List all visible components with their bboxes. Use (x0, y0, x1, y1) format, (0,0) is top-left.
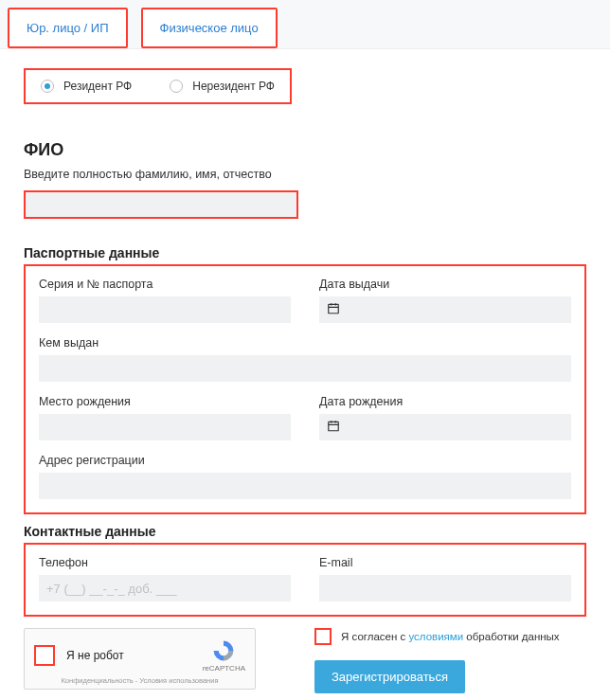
consent-row: Я согласен с условиями обработки данных (314, 628, 586, 645)
passport-issue-date-label: Дата выдачи (319, 278, 571, 291)
radio-indicator-resident (41, 80, 54, 93)
passport-series-input[interactable] (39, 296, 291, 323)
fio-hint: Введите полностью фамилию, имя, отчество (24, 168, 586, 181)
entity-type-tabs: Юр. лицо / ИП Физическое лицо (0, 0, 610, 49)
radio-indicator-nonresident (170, 80, 183, 93)
passport-issued-by-label: Кем выдан (39, 336, 571, 350)
passport-panel: Серия и № паспорта Дата выдачи Кем выдан (24, 264, 586, 514)
passport-issued-by-input[interactable] (39, 355, 571, 382)
reg-address-input[interactable] (39, 473, 571, 499)
passport-header: Паспортные данные (24, 245, 586, 260)
tab-legal-entity[interactable]: Юр. лицо / ИП (8, 8, 128, 48)
passport-series-label: Серия и № паспорта (39, 278, 291, 291)
captcha-brand: reCAPTCHA (203, 638, 245, 673)
radio-nonresident[interactable]: Нерезидент РФ (170, 80, 275, 93)
consent-checkbox[interactable] (314, 628, 332, 645)
radio-resident[interactable]: Резидент РФ (41, 80, 132, 93)
captcha-label: Я не робот (66, 649, 124, 662)
passport-issue-date-input[interactable] (319, 296, 571, 323)
email-input[interactable] (319, 575, 571, 601)
reg-address-label: Адрес регистрации (39, 454, 571, 467)
contacts-panel: Телефон E-mail (24, 543, 586, 617)
recaptcha-icon (211, 638, 236, 663)
captcha-checkbox[interactable] (34, 645, 55, 666)
submit-button[interactable]: Зарегистрироваться (314, 660, 465, 693)
phone-label: Телефон (39, 556, 291, 569)
email-label: E-mail (319, 556, 571, 569)
tab-personal[interactable]: Физическое лицо (141, 8, 278, 48)
residency-group: Резидент РФ Нерезидент РФ (24, 68, 292, 104)
captcha-widget: Я не робот reCAPTCHA Конфиденциальность … (24, 628, 256, 690)
radio-nonresident-label: Нерезидент РФ (192, 80, 275, 93)
fio-header: ФИО (24, 140, 586, 160)
birth-date-input[interactable] (319, 414, 571, 440)
captcha-footer: Конфиденциальность - Условия использован… (34, 676, 245, 685)
tab-personal-label: Физическое лицо (160, 21, 259, 35)
phone-input[interactable] (39, 575, 291, 601)
birth-date-label: Дата рождения (319, 395, 571, 408)
consent-text: Я согласен с условиями обработки данных (341, 631, 560, 642)
submit-button-label: Зарегистрироваться (332, 670, 448, 684)
birth-place-input[interactable] (39, 414, 291, 440)
tab-legal-entity-label: Юр. лицо / ИП (27, 21, 109, 35)
fio-input[interactable] (24, 190, 298, 219)
consent-link[interactable]: условиями (408, 631, 463, 642)
radio-resident-label: Резидент РФ (63, 80, 132, 93)
contacts-header: Контактные данные (24, 524, 586, 539)
birth-place-label: Место рождения (39, 395, 291, 408)
